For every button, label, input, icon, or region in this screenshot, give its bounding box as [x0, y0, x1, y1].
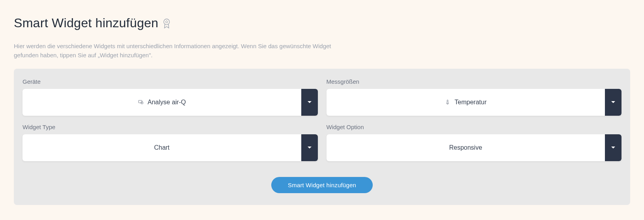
page-title: Smart Widget hinzufügen — [14, 16, 158, 30]
chevron-down-icon — [308, 101, 312, 103]
widget-type-select-value: Chart — [154, 144, 169, 151]
form-group-widget-option: Widget Option Responsive — [327, 124, 622, 161]
widget-option-select-display[interactable]: Responsive — [327, 134, 605, 161]
widget-option-label: Widget Option — [327, 124, 622, 130]
devices-select-toggle[interactable] — [301, 89, 318, 116]
page-header: Smart Widget hinzufügen — [14, 16, 630, 30]
award-badge-icon — [162, 18, 171, 28]
form-group-measurements: Messgrößen Temperatur — [327, 78, 622, 116]
svg-point-0 — [164, 19, 170, 25]
devices-label: Geräte — [23, 78, 318, 85]
widget-type-label: Widget Type — [23, 124, 318, 130]
chevron-down-icon — [308, 147, 312, 149]
measurements-select-value: Temperatur — [454, 99, 486, 106]
chevron-down-icon — [611, 101, 615, 103]
measurements-label: Messgrößen — [327, 78, 622, 85]
svg-rect-1 — [139, 100, 142, 103]
add-widget-button[interactable]: Smart Widget hinzufügen — [271, 177, 373, 193]
form-group-devices: Geräte Analyse air-Q — [23, 78, 318, 116]
devices-select-display[interactable]: Analyse air-Q — [23, 89, 301, 116]
svg-point-3 — [447, 103, 448, 104]
widget-type-select[interactable]: Chart — [23, 134, 318, 161]
chevron-down-icon — [611, 147, 615, 149]
widget-type-select-display[interactable]: Chart — [23, 134, 301, 161]
thermometer-icon — [445, 99, 451, 105]
measurements-select-toggle[interactable] — [605, 89, 621, 116]
widget-option-select[interactable]: Responsive — [327, 134, 622, 161]
form-group-widget-type: Widget Type Chart — [23, 124, 318, 161]
devices-select-value: Analyse air-Q — [148, 99, 186, 106]
form-panel: Geräte Analyse air-Q Messgrößen — [14, 69, 630, 205]
measurements-select-display[interactable]: Temperatur — [327, 89, 605, 116]
measurements-select[interactable]: Temperatur — [327, 89, 622, 116]
form-grid: Geräte Analyse air-Q Messgrößen — [23, 78, 621, 161]
devices-select[interactable]: Analyse air-Q — [23, 89, 318, 116]
widget-type-select-toggle[interactable] — [301, 134, 318, 161]
widget-option-select-toggle[interactable] — [605, 134, 621, 161]
device-icon — [138, 99, 144, 105]
widget-option-select-value: Responsive — [449, 144, 482, 151]
page-description: Hier werden die verschiedene Widgets mit… — [14, 41, 338, 60]
button-row: Smart Widget hinzufügen — [23, 177, 621, 193]
